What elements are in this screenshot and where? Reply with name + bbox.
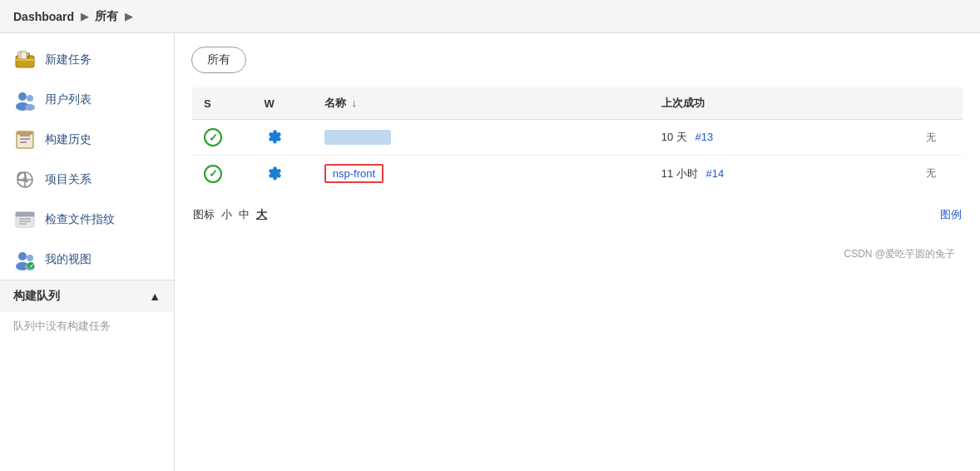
svg-rect-13: [17, 131, 32, 135]
sidebar-item-check-fingerprint[interactable]: 检查文件指纹: [0, 200, 174, 240]
queue-empty-text: 队列中没有构建任务: [0, 312, 174, 340]
row2-extra: 无: [914, 156, 963, 192]
svg-point-5: [18, 92, 27, 101]
breadcrumb-all[interactable]: 所有: [95, 9, 118, 24]
view-icon: ✓: [13, 248, 37, 271]
breadcrumb-chevron1: ▶: [81, 11, 88, 22]
view-icon-label[interactable]: 图标: [193, 207, 215, 222]
job-name-blurred[interactable]: [324, 130, 391, 145]
main-layout: 新建任务 用户列表: [0, 33, 980, 471]
legend-link[interactable]: 图例: [940, 208, 962, 221]
attribution: CSDN @爱吃芋圆的兔子: [191, 247, 963, 261]
breadcrumb-chevron2: ▶: [125, 11, 132, 22]
sidebar-label-project-relation: 项目关系: [45, 172, 92, 187]
row2-time: 11 小时: [661, 167, 698, 180]
task-icon: [13, 48, 37, 72]
footer-bar: 图标 小 中 大 图例: [191, 207, 963, 222]
status-ok-icon-2: ✓: [204, 165, 222, 183]
row1-extra: 无: [914, 120, 963, 156]
legend-area: 图例: [940, 207, 962, 222]
svg-rect-23: [16, 212, 34, 216]
row2-status: ✓: [192, 156, 253, 192]
breadcrumb-dashboard[interactable]: Dashboard: [13, 10, 74, 23]
row2-last-success: 11 小时 #14: [650, 156, 914, 192]
sidebar-item-user-list[interactable]: 用户列表: [0, 80, 174, 120]
svg-text:✓: ✓: [29, 263, 34, 269]
sidebar: 新建任务 用户列表: [0, 33, 175, 471]
row1-last-success: 10 天 #13: [650, 120, 914, 156]
breadcrumb: Dashboard ▶ 所有 ▶: [0, 0, 980, 33]
tab-all[interactable]: 所有: [191, 47, 246, 73]
sidebar-label-new-task: 新建任务: [45, 52, 92, 67]
col-header-extra: [914, 87, 963, 120]
col-header-s: S: [192, 87, 253, 120]
row2-extra-text: 无: [926, 167, 936, 179]
main-content: 所有 S W 名称 ↓ 上次成功: [175, 33, 980, 471]
sidebar-label-my-view: 我的视图: [45, 252, 92, 267]
gear-icon-2: [265, 165, 283, 183]
job-name-boxed[interactable]: nsp-front: [324, 164, 384, 183]
sidebar-item-project-relation[interactable]: 项目关系: [0, 160, 174, 200]
svg-point-8: [25, 104, 35, 111]
gear-icon: [265, 128, 283, 146]
row2-build-link[interactable]: #14: [705, 167, 724, 180]
fingerprint-icon: [13, 208, 37, 231]
row1-build-link[interactable]: #13: [695, 131, 713, 143]
svg-rect-4: [21, 52, 27, 59]
table-row: ✓ nsp-front 11 小时: [192, 156, 963, 192]
build-queue-header[interactable]: 构建队列 ▲: [0, 280, 174, 312]
build-queue-label: 构建队列: [13, 289, 60, 304]
view-medium[interactable]: 中: [239, 207, 250, 222]
row2-name[interactable]: nsp-front: [313, 156, 650, 192]
row1-time: 10 天: [661, 131, 687, 143]
col-header-w: W: [253, 87, 313, 120]
user-icon: [13, 88, 37, 112]
row1-extra-text: 无: [926, 131, 936, 143]
svg-point-7: [27, 95, 33, 102]
sidebar-label-build-history: 构建历史: [45, 132, 92, 147]
view-large[interactable]: 大: [256, 207, 267, 222]
relation-icon: [13, 168, 37, 191]
view-options: 图标 小 中 大: [193, 207, 267, 222]
row2-w: [253, 156, 313, 192]
table-header-row: S W 名称 ↓ 上次成功: [192, 87, 963, 120]
tab-area: 所有: [191, 47, 963, 73]
jobs-table: S W 名称 ↓ 上次成功 ✓: [191, 87, 963, 192]
svg-point-27: [18, 252, 27, 260]
col-header-last-success: 上次成功: [650, 87, 914, 120]
table-row: ✓ 10 天: [192, 120, 963, 156]
row1-name[interactable]: [313, 120, 650, 156]
sidebar-item-my-view[interactable]: ✓ 我的视图: [0, 240, 174, 280]
row1-w: [253, 120, 313, 156]
sidebar-label-user-list: 用户列表: [45, 92, 92, 107]
col-header-name: 名称 ↓: [313, 87, 650, 120]
status-ok-icon: ✓: [204, 128, 222, 146]
svg-point-29: [27, 255, 33, 261]
sort-name-icon[interactable]: ↓: [351, 97, 357, 109]
sidebar-label-check-fingerprint: 检查文件指纹: [45, 212, 115, 227]
collapse-icon: ▲: [149, 290, 161, 303]
row1-status: ✓: [192, 120, 253, 156]
sidebar-item-build-history[interactable]: 构建历史: [0, 120, 174, 160]
sidebar-item-new-task[interactable]: 新建任务: [0, 40, 174, 80]
view-small[interactable]: 小: [221, 207, 232, 222]
history-icon: [13, 128, 37, 151]
